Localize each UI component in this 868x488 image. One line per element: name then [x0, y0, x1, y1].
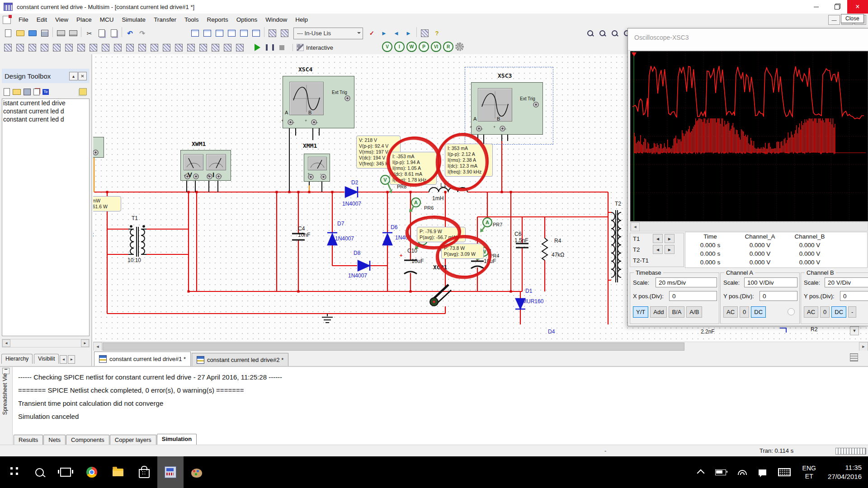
probe-settings-icon[interactable]: [455, 42, 464, 51]
differential-probe-icon[interactable]: P: [419, 42, 429, 52]
resistor-icon[interactable]: [14, 42, 26, 53]
new-file-icon[interactable]: [2, 28, 14, 39]
mixed-icon[interactable]: [100, 42, 111, 53]
document-tab[interactable]: constant current led drive#2 *: [192, 353, 288, 366]
menu-file[interactable]: File: [14, 14, 33, 26]
canvas-vscroll-down-icon[interactable]: ▼: [850, 326, 859, 335]
taskbar-start[interactable]: [0, 456, 26, 488]
channel-a-scale-field[interactable]: 100 V/Div: [744, 277, 797, 287]
scroll-right-icon[interactable]: ►: [859, 342, 868, 351]
clock[interactable]: 11:3527/04/2016: [828, 463, 862, 481]
zoom-area-icon[interactable]: [609, 28, 620, 39]
postprocessor-icon[interactable]: [419, 28, 430, 39]
channel-b-ypos-field[interactable]: 0: [840, 291, 868, 301]
power-probe-icon[interactable]: W: [406, 42, 417, 52]
wifi-icon[interactable]: [738, 470, 747, 475]
battery-icon[interactable]: [715, 469, 726, 475]
show-sim-errors-icon[interactable]: [214, 28, 225, 39]
button-ac[interactable]: AC: [804, 306, 818, 318]
channel-a-ypos-field[interactable]: 0: [760, 291, 797, 301]
analog-icon[interactable]: [51, 42, 62, 53]
taskbar-search[interactable]: [26, 456, 52, 488]
design-tree-item-2[interactable]: constant current led d: [2, 115, 89, 123]
button-0[interactable]: 0: [820, 306, 830, 318]
peripherals-icon[interactable]: [149, 42, 160, 53]
current-probe-icon[interactable]: I: [394, 42, 405, 52]
open-folder-icon[interactable]: [14, 28, 26, 39]
button-add[interactable]: Add: [650, 306, 667, 318]
tab-scroll-right-icon[interactable]: ►: [68, 355, 75, 364]
show-spreadsheet-icon[interactable]: [202, 28, 213, 39]
menu-help[interactable]: Help: [291, 14, 312, 26]
panel-close-button[interactable]: ✕: [78, 72, 87, 80]
touch-keyboard-icon[interactable]: [778, 468, 791, 476]
doc-properties-icon[interactable]: [33, 89, 40, 95]
help-icon[interactable]: ?: [431, 28, 443, 39]
tab-copper-layers[interactable]: Copper layers: [110, 435, 156, 445]
misc-icon[interactable]: [137, 42, 148, 53]
show-grapher-icon[interactable]: [226, 28, 237, 39]
connector-icon[interactable]: [198, 42, 209, 53]
trigger-radio[interactable]: [788, 308, 795, 315]
button--[interactable]: -: [848, 306, 856, 318]
design-toolbox-scrollbar[interactable]: ◄ ►: [2, 339, 90, 347]
open-samples-icon[interactable]: [27, 28, 38, 39]
tab-nets[interactable]: Nets: [43, 435, 66, 445]
design-tree-item-0[interactable]: istant current led drive: [2, 99, 89, 107]
language-indicator[interactable]: ENGET: [802, 464, 816, 480]
current-clamp-xcp1[interactable]: [430, 285, 451, 306]
digital-misc-icon[interactable]: [88, 42, 99, 53]
tab-components[interactable]: Components: [66, 435, 109, 445]
transfer-forward-icon[interactable]: ►: [403, 28, 414, 39]
stop-simulation-button[interactable]: [276, 42, 288, 53]
panel-pin-button[interactable]: ▴: [69, 72, 78, 80]
button-dc[interactable]: DC: [751, 306, 766, 318]
menu-simulate[interactable]: Simulate: [118, 14, 150, 26]
cursor-left-button[interactable]: ◄: [653, 234, 663, 243]
resistor-r4[interactable]: [542, 238, 547, 260]
print-preview-icon[interactable]: [67, 28, 79, 39]
export-netlist-icon[interactable]: ►: [378, 28, 390, 39]
taskbar-multisim[interactable]: [157, 456, 184, 488]
menu-reports[interactable]: Reports: [203, 14, 232, 26]
new-design-icon[interactable]: [4, 88, 10, 96]
instrument-partial[interactable]: [93, 137, 104, 158]
close-button[interactable]: ×: [847, 0, 868, 14]
transformer-t2[interactable]: [611, 210, 621, 282]
tray-expand-icon[interactable]: [697, 469, 704, 477]
power-icon[interactable]: [124, 42, 136, 53]
ext-trig-terminal[interactable]: [533, 102, 539, 108]
transformer-t1[interactable]: [128, 225, 146, 257]
taskbar-task-view[interactable]: [52, 456, 79, 488]
redo-icon[interactable]: ↷: [137, 28, 148, 39]
bus-icon[interactable]: [234, 42, 245, 53]
notifications-icon[interactable]: [759, 469, 766, 475]
cut-icon[interactable]: ✂: [84, 28, 95, 39]
interactive-mode-dropdown[interactable]: Interactive: [292, 44, 333, 51]
ni-component-icon[interactable]: [185, 42, 197, 53]
source-icon[interactable]: [2, 42, 14, 53]
zoom-in-icon[interactable]: [585, 28, 596, 39]
save-icon[interactable]: [39, 28, 50, 39]
menu-options[interactable]: Options: [232, 14, 262, 26]
menu-transfer[interactable]: Transfer: [150, 14, 180, 26]
tab-bar-icon[interactable]: [850, 353, 858, 361]
voltage-probe-icon[interactable]: V: [382, 42, 392, 52]
cursor-right-button[interactable]: ►: [665, 234, 675, 243]
canvas-hscrollbar[interactable]: ◄ ►: [93, 342, 868, 351]
back-annotate-icon[interactable]: [250, 28, 262, 39]
menu-window[interactable]: Window: [261, 14, 291, 26]
print-icon[interactable]: [55, 28, 66, 39]
button-ab[interactable]: A/B: [686, 306, 702, 318]
channel-b-scale-field[interactable]: 20 V/Div: [825, 277, 868, 287]
ttl-icon[interactable]: [63, 42, 75, 53]
oscilloscope-title-bar[interactable]: Oscilloscope-XSC3: [628, 28, 868, 51]
button-yt[interactable]: Y/T: [633, 306, 648, 318]
copy-icon[interactable]: [96, 28, 107, 39]
show-postprocessor-icon[interactable]: [238, 28, 250, 39]
tab-scroll-left-icon[interactable]: ◄: [60, 355, 67, 364]
minimize-button[interactable]: [806, 0, 826, 14]
scrollbar-thumb[interactable]: [103, 343, 684, 351]
menu-edit[interactable]: Edit: [33, 14, 51, 26]
scroll-left-icon[interactable]: ◄: [631, 222, 640, 231]
